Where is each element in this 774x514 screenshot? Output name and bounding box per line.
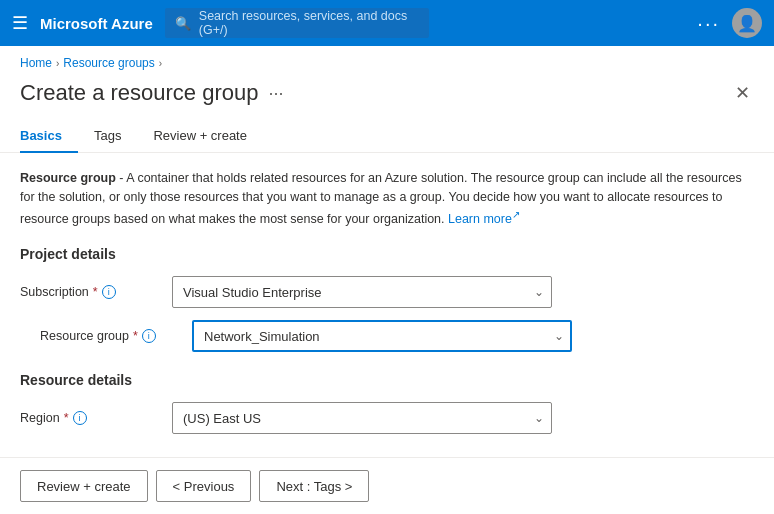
app-title: Microsoft Azure — [40, 15, 153, 32]
close-button[interactable]: ✕ — [731, 78, 754, 108]
breadcrumb-separator-1: › — [56, 58, 59, 69]
learn-more-link[interactable]: Learn more↗ — [448, 212, 520, 226]
resource-group-label: Resource group * i — [40, 329, 180, 343]
main-content: Home › Resource groups › Create a resour… — [0, 46, 774, 514]
region-select-wrapper: (US) East US ⌄ — [172, 402, 552, 434]
region-select[interactable]: (US) East US — [172, 402, 552, 434]
page-title: Create a resource group — [20, 80, 258, 106]
resource-details-title: Resource details — [20, 372, 754, 388]
project-details-title: Project details — [20, 246, 754, 262]
tab-review-create[interactable]: Review + create — [137, 120, 263, 153]
hamburger-icon[interactable]: ☰ — [12, 12, 28, 34]
description-text: Resource group - A container that holds … — [20, 169, 754, 228]
subscription-select-wrapper: Visual Studio Enterprise ⌄ — [172, 276, 552, 308]
description-bold: Resource group — [20, 171, 116, 185]
panel-footer: Review + create < Previous Next : Tags > — [0, 457, 774, 514]
subscription-label: Subscription * i — [20, 285, 160, 299]
previous-button[interactable]: < Previous — [156, 470, 252, 502]
subscription-required: * — [93, 285, 98, 299]
tab-bar: Basics Tags Review + create — [0, 108, 774, 153]
page-header: Create a resource group ··· ✕ — [0, 74, 774, 108]
subscription-info-icon[interactable]: i — [102, 285, 116, 299]
project-details-section: Project details Subscription * i Visual … — [20, 246, 754, 352]
breadcrumb-home[interactable]: Home — [20, 56, 52, 70]
nav-more-icon[interactable]: ··· — [697, 12, 720, 35]
breadcrumb: Home › Resource groups › — [0, 46, 774, 74]
resource-group-row: Resource group * i Network_Simulation ⌄ — [40, 320, 754, 352]
breadcrumb-resource-groups[interactable]: Resource groups — [63, 56, 154, 70]
breadcrumb-separator-2: › — [159, 58, 162, 69]
resource-details-section: Resource details Region * i (US) East US… — [20, 372, 754, 434]
search-placeholder-text: Search resources, services, and docs (G+… — [199, 9, 419, 37]
top-navigation: ☰ Microsoft Azure 🔍 Search resources, se… — [0, 0, 774, 46]
region-label: Region * i — [20, 411, 160, 425]
resource-group-info-icon[interactable]: i — [142, 329, 156, 343]
avatar[interactable]: 👤 — [732, 8, 762, 38]
next-button[interactable]: Next : Tags > — [259, 470, 369, 502]
description-body: - A container that holds related resourc… — [20, 171, 742, 226]
region-info-icon[interactable]: i — [73, 411, 87, 425]
search-bar[interactable]: 🔍 Search resources, services, and docs (… — [165, 8, 429, 38]
resource-group-select-wrapper: Network_Simulation ⌄ — [192, 320, 572, 352]
resource-group-select[interactable]: Network_Simulation — [192, 320, 572, 352]
search-icon: 🔍 — [175, 16, 191, 31]
panel-body: Resource group - A container that holds … — [0, 153, 774, 457]
external-link-icon: ↗ — [512, 209, 520, 220]
tab-basics[interactable]: Basics — [20, 120, 78, 153]
page-more-options-icon[interactable]: ··· — [268, 83, 283, 104]
region-required: * — [64, 411, 69, 425]
region-row: Region * i (US) East US ⌄ — [20, 402, 754, 434]
tab-tags[interactable]: Tags — [78, 120, 137, 153]
avatar-icon: 👤 — [737, 14, 757, 33]
subscription-row: Subscription * i Visual Studio Enterpris… — [20, 276, 754, 308]
review-create-button[interactable]: Review + create — [20, 470, 148, 502]
subscription-select[interactable]: Visual Studio Enterprise — [172, 276, 552, 308]
resource-group-required: * — [133, 329, 138, 343]
